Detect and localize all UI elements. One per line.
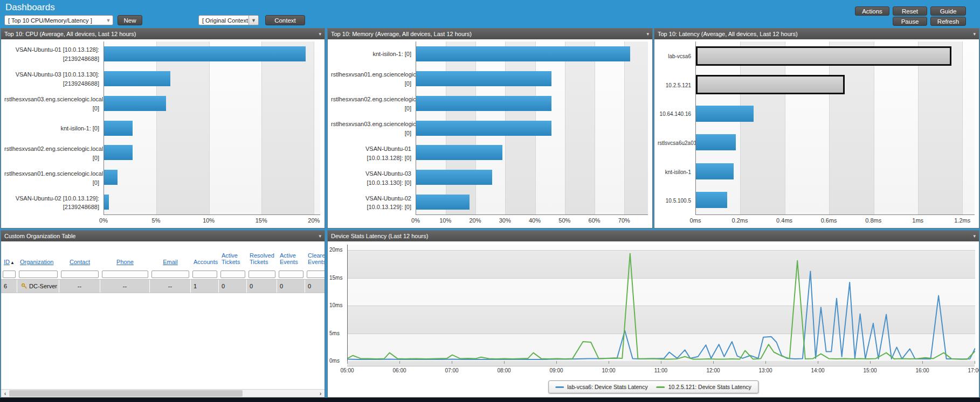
y-tick-label: 20ms <box>329 247 342 253</box>
bar-selected[interactable] <box>696 46 951 66</box>
filter-cell <box>17 268 59 278</box>
column-header-label: Resolved Tickets <box>250 252 274 266</box>
bar[interactable] <box>696 134 736 150</box>
gridline <box>785 41 785 214</box>
memory-panel-title: Top 10: Memory (Average, All devices, La… <box>331 31 472 37</box>
chevron-down-icon[interactable]: ▾ <box>973 231 976 241</box>
filter-input-id[interactable] <box>3 271 16 278</box>
filter-input-accounts[interactable] <box>192 271 217 278</box>
column-header-label[interactable]: ID <box>4 259 10 265</box>
column-header-contact[interactable]: Contact <box>59 259 100 267</box>
column-header-label[interactable]: Contact <box>70 259 90 265</box>
dashboard-select[interactable]: [ Top 10 CPU/Memory/Latency ] ▼ <box>4 15 113 25</box>
guide-button[interactable]: Guide <box>930 6 966 16</box>
filter-input-active-events[interactable] <box>279 271 303 278</box>
chevron-down-icon[interactable]: ▾ <box>646 29 649 39</box>
filter-input-resolved-tickets[interactable] <box>249 271 275 278</box>
bar[interactable] <box>416 96 551 111</box>
scroll-left-icon[interactable]: ‹ <box>1 390 9 397</box>
filter-input-email[interactable] <box>151 271 189 278</box>
scroll-right-icon[interactable]: › <box>316 390 325 397</box>
chevron-down-icon[interactable]: ▾ <box>973 29 976 39</box>
bar-selected[interactable] <box>696 75 845 94</box>
context-select[interactable]: [ Original Context ] ▼ <box>198 15 259 25</box>
plot-band <box>565 41 595 214</box>
cell-value: 0 <box>222 283 225 289</box>
actions-button[interactable]: Actions <box>855 6 889 16</box>
new-button[interactable]: New <box>118 15 142 25</box>
bar-category-label: VSAN-Ubuntu-01 [10.0.13.128]: [0] <box>331 144 411 162</box>
filter-input-contact[interactable] <box>61 271 99 278</box>
bar[interactable] <box>104 121 133 136</box>
reset-button[interactable]: Reset <box>893 6 927 16</box>
column-header-label: Cleared Events <box>308 252 325 266</box>
x-tick-label: 09:00 <box>549 368 563 373</box>
bar[interactable] <box>696 163 734 179</box>
bar[interactable] <box>416 145 502 160</box>
bar-category-label: 10.2.5.121 <box>658 81 691 89</box>
memory-top10-panel: Top 10: Memory (Average, All devices, La… <box>327 28 653 228</box>
column-header-label[interactable]: Email <box>163 259 178 265</box>
column-header-label[interactable]: Organization <box>20 259 53 265</box>
bar[interactable] <box>104 145 133 160</box>
bar[interactable] <box>104 96 166 111</box>
bar[interactable] <box>416 170 492 185</box>
bar[interactable] <box>104 170 118 185</box>
plot-area <box>103 41 320 215</box>
scrollbar-thumb[interactable] <box>9 390 243 397</box>
column-header-email[interactable]: Email <box>150 259 191 267</box>
bar[interactable] <box>104 71 170 86</box>
x-tick-label: 05:00 <box>340 368 354 373</box>
filter-input-active-tickets[interactable] <box>220 271 245 278</box>
column-header-cleared-events: Cleared Events <box>305 252 325 267</box>
x-tick-mark <box>452 361 452 364</box>
bar[interactable] <box>416 46 630 61</box>
latency-panel-header: Top 10: Latency (Average, All devices, L… <box>654 29 979 39</box>
plot-band <box>962 41 975 214</box>
bar[interactable] <box>416 71 551 86</box>
x-tick-label: 08:00 <box>497 368 510 373</box>
x-tick-label: 15:00 <box>863 368 877 373</box>
filter-cell <box>100 268 150 278</box>
top-bar: Dashboards [ Top 10 CPU/Memory/Latency ]… <box>0 0 980 28</box>
table-cell: DC-Server <box>17 280 59 293</box>
x-tick-label: 1.2ms <box>954 217 970 224</box>
table-header-row: ID▲OrganizationContactPhoneEmailAccounts… <box>1 241 325 267</box>
bar[interactable] <box>416 121 551 136</box>
chevron-down-icon[interactable]: ▾ <box>319 231 321 241</box>
bar-category-label: rstlsvcsa6u2a01 <box>658 138 691 147</box>
cpu-panel-header: Top 10: CPU (Average, All devices, Last … <box>1 29 325 39</box>
x-tick-label: 5% <box>152 217 161 224</box>
scrollbar-track[interactable] <box>9 390 316 397</box>
legend-label: lab-vcsa6: Device Stats Latency <box>567 384 647 390</box>
legend-entry[interactable]: lab-vcsa6: Device Stats Latency <box>555 384 647 390</box>
bar[interactable] <box>416 195 470 210</box>
column-header-phone[interactable]: Phone <box>100 259 150 267</box>
table-row[interactable]: 6DC-Server------10000 <box>1 279 325 293</box>
filter-input-cleared-events[interactable] <box>307 271 325 278</box>
context-button[interactable]: Context <box>265 15 305 25</box>
bar[interactable] <box>696 106 754 122</box>
bar-category-label: rstlhesxvsan01.eng.sciencelogic.local: [… <box>4 169 99 187</box>
bar[interactable] <box>104 195 109 210</box>
column-header-label: Active Events <box>280 252 298 266</box>
cell-value: 1 <box>194 283 197 289</box>
column-header-organization[interactable]: Organization <box>17 259 59 267</box>
filter-input-phone[interactable] <box>102 271 148 278</box>
cell-value: -- <box>168 283 172 289</box>
refresh-button[interactable]: Refresh <box>930 17 966 26</box>
legend-entry[interactable]: 10.2.5.121: Device Stats Latency <box>657 384 751 390</box>
gridline <box>624 41 625 214</box>
column-header-id[interactable]: ID▲ <box>1 259 17 267</box>
filter-input-organization[interactable] <box>19 271 58 278</box>
bar[interactable] <box>696 192 727 208</box>
column-header-label[interactable]: Phone <box>116 259 134 265</box>
chevron-down-icon[interactable]: ▾ <box>319 29 321 39</box>
column-header-resolved-tickets: Resolved Tickets <box>247 252 277 267</box>
plot-band <box>209 41 261 214</box>
bar[interactable] <box>104 46 306 61</box>
chevron-down-icon[interactable]: ▼ <box>249 16 258 25</box>
x-tick-label: 10:00 <box>602 368 615 373</box>
x-tick-mark <box>975 361 975 364</box>
pause-button[interactable]: Pause <box>893 17 927 26</box>
